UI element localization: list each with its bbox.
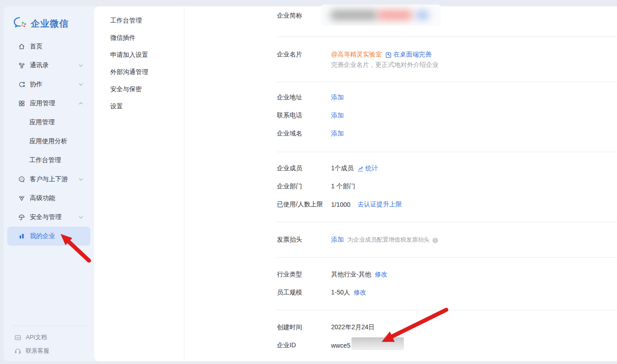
chevron-down-icon	[78, 214, 84, 220]
wecom-logo-icon	[14, 17, 27, 30]
verify-upgrade-link[interactable]: 去认证提升上限	[358, 201, 402, 209]
advanced-v-icon	[18, 195, 25, 202]
corp-id-redaction-blur	[351, 337, 404, 350]
row-business-card: 企业名片 @高等精灵实验室 在桌面端完善	[277, 50, 608, 59]
row-address: 企业地址 添加	[277, 93, 608, 102]
sidebar-item-advanced[interactable]: 高级功能	[7, 189, 90, 208]
sidebar-item-home[interactable]: 首页	[7, 37, 90, 56]
blur-blob	[378, 10, 412, 20]
domain-label: 企业域名	[277, 130, 331, 138]
sidebar-item-app-management[interactable]: 应用管理	[7, 94, 90, 113]
row-scale: 员工规模 1-50人 修改	[277, 288, 608, 297]
row-corp-id: 企业ID wwce5	[277, 341, 608, 350]
sidebar-item-contacts[interactable]: 通讯录	[7, 56, 90, 75]
sidebar-item-label: 通讯录	[30, 61, 49, 70]
sidebar-subitem-label: 应用管理	[29, 118, 55, 126]
submenu-item-workbench[interactable]: 工作台管理	[94, 12, 184, 29]
add-domain-link[interactable]: 添加	[331, 130, 344, 138]
row-industry: 行业类型 其他行业-其他 修改	[277, 270, 608, 279]
sidebar-subitem-label: 工作台管理	[29, 156, 61, 164]
created-label: 创建时间	[277, 323, 331, 331]
usage-label: 已使用/人数上限	[277, 201, 331, 209]
chevron-down-icon	[78, 176, 84, 182]
chat-bubble-icon	[18, 176, 25, 183]
edit-industry-link[interactable]: 修改	[375, 271, 388, 279]
submenu-item-external-comm[interactable]: 外部沟通管理	[94, 63, 184, 80]
submenu-item-join-settings[interactable]: 申请加入设置	[94, 46, 184, 63]
sidebar-subitem-label: 应用使用分析	[29, 137, 67, 145]
umbrella-icon	[18, 214, 25, 221]
row-phone: 联系电话 添加	[277, 111, 608, 120]
headset-icon	[14, 348, 21, 355]
members-value: 1个成员	[331, 164, 354, 173]
submenu-item-security-privacy[interactable]: 安全与保密	[94, 80, 184, 98]
sidebar-item-label: 客户与上下游	[30, 175, 68, 183]
corp-id-label: 企业ID	[277, 341, 331, 350]
invoice-desc: 为企业成员配置增值税发票抬头	[347, 236, 430, 244]
collaboration-icon	[18, 81, 25, 88]
phone-label: 联系电话	[277, 112, 331, 120]
contact-support-label: 联系客服	[26, 347, 49, 355]
departments-label: 企业部门	[277, 182, 331, 191]
contacts-icon	[18, 62, 25, 69]
stats-link[interactable]: 统计	[365, 164, 378, 173]
add-address-link[interactable]: 添加	[331, 93, 344, 102]
divider	[277, 82, 617, 82]
row-members: 企业成员 1个成员 统计	[277, 164, 608, 173]
sidebar-item-label: 高级功能	[30, 194, 55, 202]
submenu-item-wechat-plugin[interactable]: 微信插件	[94, 29, 184, 46]
company-bars-icon	[18, 233, 25, 240]
add-phone-link[interactable]: 添加	[331, 112, 344, 120]
short-name-redaction-blur	[321, 5, 441, 26]
sidebar-item-label: 首页	[30, 42, 42, 51]
brand-logo: 企业微信	[4, 6, 94, 30]
company-info-panel: 企业简称 企业名片 @高等精灵实验室 在桌面端完善 完善企业名片，更正式地对外介…	[184, 6, 617, 361]
add-invoice-link[interactable]: 添加	[331, 236, 344, 244]
apps-grid-icon	[18, 100, 25, 107]
industry-label: 行业类型	[277, 271, 331, 279]
sidebar-footer: API API文档 联系客服	[4, 326, 94, 358]
edit-scale-link[interactable]: 修改	[354, 289, 366, 297]
contact-support-link[interactable]: 联系客服	[4, 344, 94, 358]
divider	[277, 37, 617, 37]
corp-id-value: wwce5	[331, 342, 351, 349]
address-label: 企业地址	[277, 93, 331, 102]
sidebar-item-collaboration[interactable]: 协作	[7, 75, 90, 94]
complete-on-desktop-link[interactable]: 在桌面端完善	[393, 51, 431, 59]
row-departments: 企业部门 1 个部门	[277, 182, 608, 191]
app-window: 企业微信 首页 通讯录	[4, 6, 617, 361]
api-docs-label: API文档	[26, 333, 47, 341]
sidebar-subitem-app-analytics[interactable]: 应用使用分析	[7, 132, 90, 151]
open-desktop-icon	[385, 52, 392, 58]
sidebar-item-security[interactable]: 安全与管理	[7, 208, 90, 227]
row-business-card-desc: 完善企业名片，更正式地对外介绍企业	[277, 61, 608, 70]
sidebar-item-customers[interactable]: 客户与上下游	[7, 170, 90, 189]
brand-name: 企业微信	[31, 18, 69, 30]
sidebar-item-label: 应用管理	[30, 99, 55, 107]
usage-value: 1/1000	[331, 201, 351, 208]
row-created: 创建时间 2022年2月24日	[277, 323, 608, 332]
sidebar-item-label: 协作	[30, 80, 42, 89]
home-icon	[18, 43, 25, 50]
row-usage: 已使用/人数上限 1/1000 去认证提升上限	[277, 200, 608, 209]
sidebar-item-label: 我的企业	[30, 232, 55, 240]
blur-blob	[331, 10, 377, 20]
row-invoice: 发票抬头 添加 为企业成员配置增值税发票抬头	[277, 235, 608, 244]
sidebar-item-my-company[interactable]: 我的企业	[7, 227, 90, 246]
scale-value: 1-50人	[331, 289, 350, 297]
api-docs-link[interactable]: API API文档	[4, 331, 94, 344]
row-domain: 企业域名 添加	[277, 129, 608, 138]
chevron-down-icon	[78, 81, 84, 88]
created-value: 2022年2月24日	[331, 323, 375, 331]
business-card-value[interactable]: @高等精灵实验室	[331, 51, 382, 59]
sidebar: 企业微信 首页 通讯录	[4, 6, 94, 361]
sidebar-item-label: 安全与管理	[30, 213, 61, 221]
chevron-down-icon	[78, 62, 84, 69]
members-label: 企业成员	[277, 164, 331, 173]
invoice-label: 发票抬头	[277, 236, 331, 244]
divider	[277, 257, 617, 258]
secondary-menu: 工作台管理 微信插件 申请加入设置 外部沟通管理 安全与保密 设置	[94, 6, 184, 361]
sidebar-subitem-workbench[interactable]: 工作台管理	[7, 151, 90, 170]
submenu-item-settings[interactable]: 设置	[94, 98, 184, 115]
sidebar-subitem-app-management[interactable]: 应用管理	[7, 113, 90, 132]
